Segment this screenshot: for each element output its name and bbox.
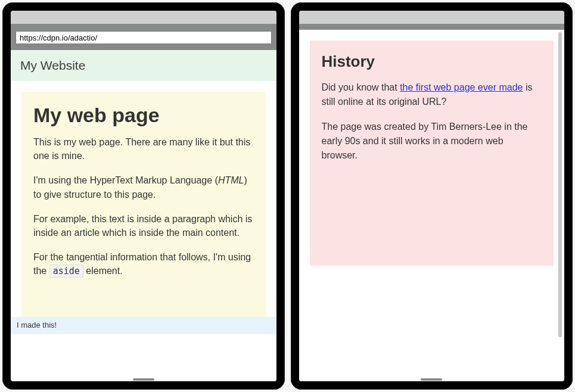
browser-chrome-collapsed (299, 24, 565, 30)
scrollbar-thumb[interactable] (558, 32, 562, 337)
article-heading: My web page (33, 104, 254, 127)
viewport-scroll-right[interactable]: History Did you know that the first web … (299, 30, 565, 381)
page-header: My Website (11, 50, 276, 81)
article-p3: For example, this text is inside a parag… (33, 212, 254, 239)
page-footer: I made this! (11, 317, 276, 334)
device-frame-left: My Website My web page This is my web pa… (2, 2, 285, 390)
aside-card: History Did you know that the first web … (310, 41, 554, 266)
status-bar (299, 11, 565, 24)
footer-text: I made this! (17, 321, 57, 329)
viewport-right[interactable]: History Did you know that the first web … (299, 30, 565, 381)
device-frame-right: History Did you know that the first web … (291, 2, 573, 390)
article-p1: This is my web page. There are many like… (33, 135, 254, 163)
home-indicator-icon[interactable] (421, 378, 442, 381)
aside-container: History Did you know that the first web … (299, 30, 565, 276)
scrollbar[interactable] (558, 32, 563, 379)
main-content: My web page This is my web page. There a… (11, 81, 276, 317)
article-p2-a: I'm using the HyperText Markup Language … (33, 175, 218, 185)
aside-p2: The page was created by Tim Berners-Lee … (322, 120, 542, 163)
status-bar (11, 11, 276, 24)
dual-device-stage: My Website My web page This is my web pa… (0, 0, 575, 392)
aside-heading: History (322, 52, 542, 71)
aside-p1-a: Did you know that (322, 82, 400, 92)
viewport-left[interactable]: My Website My web page This is my web pa… (11, 50, 276, 381)
article-p2-em: HTML (218, 175, 244, 185)
site-title: My Website (20, 58, 267, 73)
first-web-page-link[interactable]: the first web page ever made (400, 82, 523, 92)
browser-chrome (11, 24, 276, 50)
device-screen-right: History Did you know that the first web … (299, 11, 565, 381)
article-p4-code: aside (49, 265, 83, 278)
article-p4: For the tangential information that foll… (33, 250, 254, 278)
aside-p1: Did you know that the first web page eve… (322, 80, 542, 109)
device-screen-left: My Website My web page This is my web pa… (11, 11, 276, 381)
article-p2: I'm using the HyperText Markup Language … (33, 173, 254, 201)
article-p4-b: element. (83, 266, 123, 276)
home-indicator-icon[interactable] (133, 378, 154, 381)
article-card: My web page This is my web page. There a… (21, 92, 266, 317)
address-bar[interactable] (15, 31, 272, 44)
viewport-scroll-left[interactable]: My Website My web page This is my web pa… (11, 50, 276, 381)
